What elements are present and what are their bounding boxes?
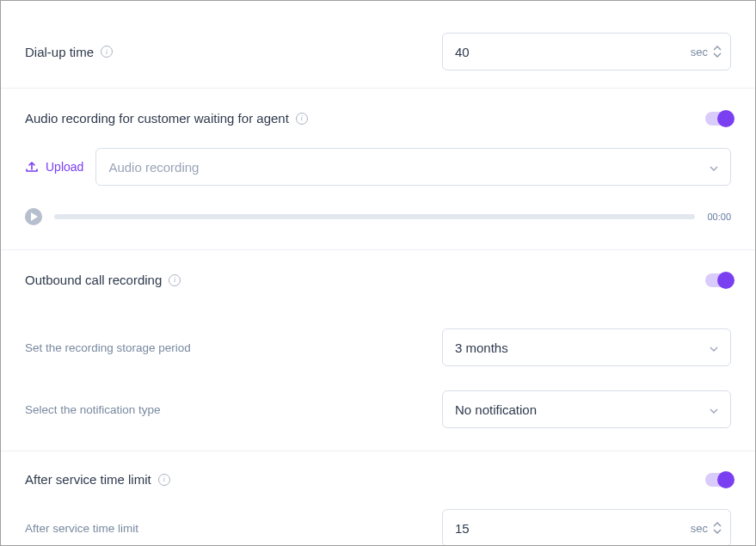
notification-label: Select the notification type	[25, 403, 161, 416]
after-service-input-wrap: sec	[442, 509, 731, 546]
after-service-stepper[interactable]	[713, 521, 730, 535]
after-service-field-row: After service time limit sec	[25, 490, 731, 546]
upload-button-label: Upload	[46, 160, 83, 174]
chevron-down-icon	[710, 160, 718, 175]
audio-waiting-label: Audio recording for customer waiting for…	[25, 111, 308, 126]
info-icon[interactable]: i	[101, 46, 113, 58]
audio-waiting-toggle[interactable]	[705, 112, 731, 126]
upload-button[interactable]: Upload	[25, 160, 83, 174]
outbound-header: Outbound call recording i	[25, 250, 731, 303]
chevron-down-icon[interactable]	[713, 528, 722, 535]
outbound-label: Outbound call recording i	[25, 273, 181, 287]
after-service-unit: sec	[691, 522, 713, 535]
dialup-label: Dial-up time i	[25, 45, 113, 59]
audio-waiting-label-text: Audio recording for customer waiting for…	[25, 111, 289, 126]
after-service-header: After service time limit i	[25, 451, 731, 490]
chevron-up-icon[interactable]	[713, 521, 722, 528]
dialup-label-text: Dial-up time	[25, 45, 94, 59]
storage-period-value: 3 months	[455, 340, 508, 355]
dialup-unit: sec	[691, 46, 713, 58]
after-service-toggle[interactable]	[705, 473, 731, 487]
play-button[interactable]	[25, 208, 42, 225]
dialup-row: Dial-up time i sec	[25, 3, 731, 88]
info-icon[interactable]: i	[169, 274, 181, 286]
notification-select[interactable]: No notification	[442, 390, 731, 428]
audio-player: 00:00	[25, 199, 731, 249]
after-service-input[interactable]	[443, 510, 691, 546]
storage-period-select[interactable]: 3 months	[442, 328, 731, 366]
after-service-field-label: After service time limit	[25, 522, 138, 535]
player-time: 00:00	[707, 212, 731, 222]
dialup-input-wrap: sec	[442, 33, 731, 71]
after-service-label: After service time limit i	[25, 472, 170, 487]
audio-upload-row: Upload Audio recording	[25, 141, 731, 199]
dialup-stepper[interactable]	[713, 45, 730, 58]
settings-panel: Dial-up time i sec Audio recording for c…	[0, 0, 756, 546]
play-icon	[30, 212, 38, 221]
dialup-input[interactable]	[443, 34, 691, 70]
upload-icon	[25, 160, 39, 174]
info-icon[interactable]: i	[158, 474, 170, 486]
audio-recording-select[interactable]: Audio recording	[95, 148, 731, 186]
storage-period-label: Set the recording storage period	[25, 341, 191, 354]
chevron-up-icon[interactable]	[713, 45, 722, 52]
audio-waiting-header: Audio recording for customer waiting for…	[25, 89, 731, 141]
outbound-toggle[interactable]	[705, 273, 731, 287]
player-track[interactable]	[54, 214, 695, 219]
notification-row: Select the notification type No notifica…	[25, 378, 731, 451]
info-icon[interactable]: i	[296, 113, 308, 125]
chevron-down-icon[interactable]	[713, 52, 722, 58]
storage-period-row: Set the recording storage period 3 month…	[25, 303, 731, 378]
outbound-label-text: Outbound call recording	[25, 273, 162, 287]
audio-recording-select-placeholder: Audio recording	[108, 160, 199, 175]
chevron-down-icon	[710, 402, 718, 417]
notification-value: No notification	[455, 402, 537, 417]
chevron-down-icon	[710, 340, 718, 355]
after-service-label-text: After service time limit	[25, 472, 151, 487]
